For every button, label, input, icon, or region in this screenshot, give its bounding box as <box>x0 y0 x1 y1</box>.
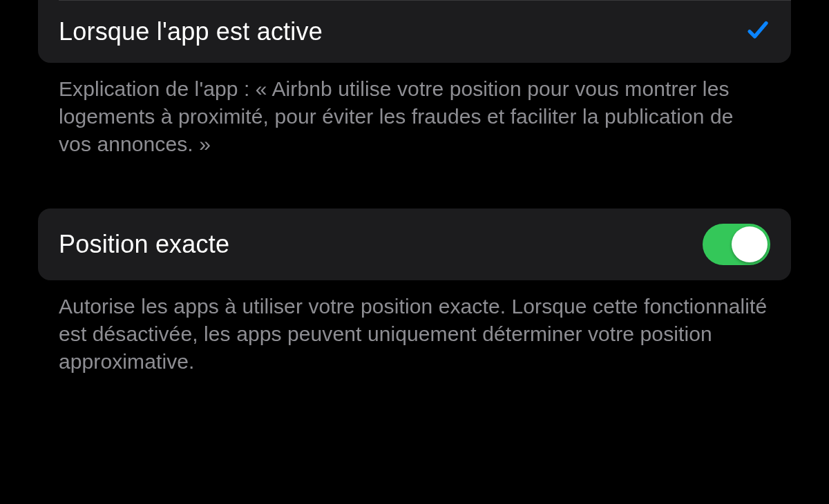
settings-panel: Lorsque l'app est active Explication de … <box>0 0 829 376</box>
switch-knob <box>732 226 768 262</box>
precise-location-description: Autorise les apps à utiliser votre posit… <box>38 280 791 376</box>
precise-location-toggle[interactable] <box>703 224 770 265</box>
location-access-group: Lorsque l'app est active <box>38 0 791 63</box>
option-while-using-label: Lorsque l'app est active <box>59 17 323 46</box>
checkmark-icon <box>745 18 770 46</box>
app-explanation-text: Explication de l'app : « Airbnb utilise … <box>38 63 791 159</box>
option-while-using-app[interactable]: Lorsque l'app est active <box>38 1 791 63</box>
precise-location-group: Position exacte <box>38 209 791 280</box>
precise-location-label: Position exacte <box>59 230 229 259</box>
precise-location-row[interactable]: Position exacte <box>38 209 791 280</box>
